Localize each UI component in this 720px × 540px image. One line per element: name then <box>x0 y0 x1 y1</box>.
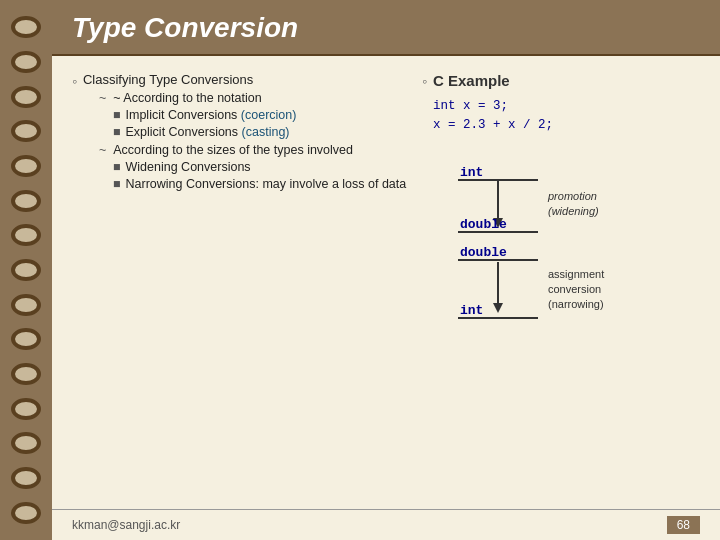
svg-text:double: double <box>460 217 507 232</box>
svg-text:promotion: promotion <box>547 190 597 202</box>
left-column: ◦ Classifying Type Conversions ~ ~ Accor… <box>72 72 412 499</box>
sub-list-notation: ~ ~ According to the notation ■ Implicit… <box>99 91 406 139</box>
spiral-ring <box>11 328 41 350</box>
code-line-2: x = 2.3 + x / 2; <box>433 116 658 135</box>
spiral-ring <box>11 294 41 316</box>
implicit-note: (coercion) <box>241 108 297 122</box>
spiral-ring <box>11 190 41 212</box>
page-number: 68 <box>667 516 700 534</box>
svg-marker-11 <box>493 303 503 313</box>
code-block: int x = 3; x = 2.3 + x / 2; <box>433 97 658 135</box>
bullet-marker: ◦ <box>72 73 77 89</box>
spiral-ring <box>11 363 41 385</box>
spiral-ring <box>11 51 41 73</box>
c-example-bullet: ◦ C Example int x = 3; x = 2.3 + x / 2; … <box>422 72 700 383</box>
footer: kkman@sangji.ac.kr 68 <box>52 509 720 540</box>
title-bar: Type Conversion <box>52 0 720 56</box>
spiral-ring <box>11 224 41 246</box>
slide-body: ◦ Classifying Type Conversions ~ ~ Accor… <box>52 56 720 509</box>
sub-item-sizes: ~ According to the sizes of the types in… <box>99 143 406 157</box>
svg-text:(widening): (widening) <box>548 205 599 217</box>
narrowing-note: may involve a loss of data <box>262 177 406 191</box>
slide-content: Type Conversion ◦ Classifying Type Conve… <box>52 0 720 540</box>
sub-sub-list-notation: ■ Implicit Conversions (coercion) ■ <box>113 108 406 139</box>
widening-text: Widening Conversions <box>126 160 251 174</box>
implicit-conversions-text: Implicit Conversions <box>126 108 238 122</box>
code-line-1: int x = 3; <box>433 97 658 116</box>
explicit-label: Explicit Conversions (casting) <box>126 125 290 139</box>
notation-label: ~ According to the notation <box>113 91 261 105</box>
conversion-diagram: int promotion (widening) double doub <box>438 150 658 380</box>
implicit-conversions-item: ■ Implicit Conversions (coercion) <box>113 108 406 122</box>
implicit-label: Implicit Conversions (coercion) <box>126 108 297 122</box>
spiral-ring <box>11 16 41 38</box>
spiral-ring <box>11 120 41 142</box>
explicit-conversions-item: ■ Explicit Conversions (casting) <box>113 125 406 139</box>
c-example-content: C Example int x = 3; x = 2.3 + x / 2; in… <box>433 72 658 383</box>
spiral-binding <box>0 0 52 540</box>
sub-sub-list-sizes: ■ Widening Conversions ■ Narrowing Conve… <box>113 160 406 191</box>
svg-text:int: int <box>460 303 483 318</box>
spiral-ring <box>11 86 41 108</box>
sub-list-sizes: ~ According to the sizes of the types in… <box>99 143 406 191</box>
footer-email: kkman@sangji.ac.kr <box>72 518 180 532</box>
svg-text:conversion: conversion <box>548 283 601 295</box>
narrowing-item: ■ Narrowing Conversions: may involve a l… <box>113 177 406 191</box>
svg-text:double: double <box>460 245 507 260</box>
main-bullet: ◦ Classifying Type Conversions ~ ~ Accor… <box>72 72 412 194</box>
classifying-label: Classifying Type Conversions <box>83 72 253 87</box>
c-example-title: C Example <box>433 72 658 89</box>
narrowing-text: Narrowing Conversions: <box>126 177 259 191</box>
svg-text:(narrowing): (narrowing) <box>548 298 604 310</box>
explicit-conversions-text: Explicit Conversions <box>126 125 239 139</box>
svg-text:assignment: assignment <box>548 268 604 280</box>
slide-title: Type Conversion <box>72 12 700 44</box>
spiral-ring <box>11 398 41 420</box>
spiral-ring <box>11 432 41 454</box>
spiral-ring <box>11 259 41 281</box>
sizes-label: According to the sizes of the types invo… <box>113 143 353 157</box>
spiral-ring <box>11 467 41 489</box>
spiral-ring <box>11 502 41 524</box>
svg-text:int: int <box>460 165 483 180</box>
right-column: ◦ C Example int x = 3; x = 2.3 + x / 2; … <box>422 72 700 499</box>
narrowing-label: Narrowing Conversions: may involve a los… <box>126 177 407 191</box>
slide: Type Conversion ◦ Classifying Type Conve… <box>0 0 720 540</box>
main-bullet-text: Classifying Type Conversions ~ ~ Accordi… <box>83 72 406 194</box>
sub-item-notation: ~ ~ According to the notation <box>99 91 406 105</box>
spiral-ring <box>11 155 41 177</box>
widening-item: ■ Widening Conversions <box>113 160 406 174</box>
c-example-marker: ◦ <box>422 73 427 89</box>
explicit-note: (casting) <box>242 125 290 139</box>
